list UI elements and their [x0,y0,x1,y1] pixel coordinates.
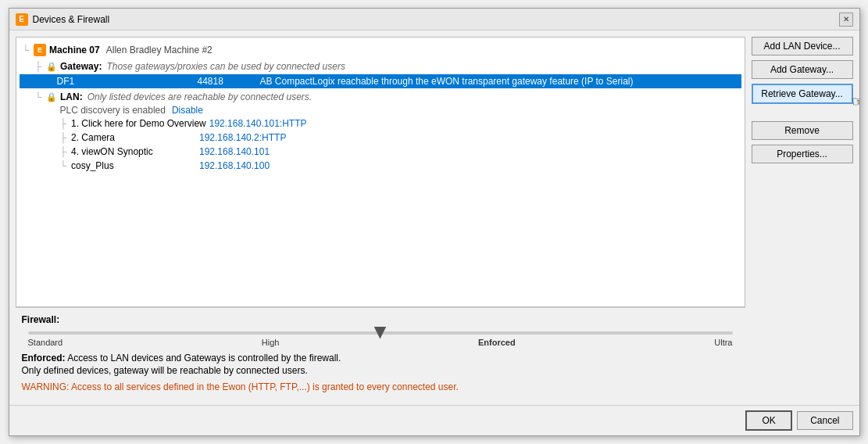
slider-track[interactable] [28,331,733,335]
device-name-0: 1. Click here for Demo Overview [71,118,206,129]
tree-line-1: ├ [60,132,67,143]
tree-connector: └ [23,45,30,56]
plc-enabled-text: PLC discovery is enabled [60,105,166,116]
machine-desc: Allen Bradley Machine #2 [106,45,213,56]
tree-line-0: ├ [60,118,67,129]
title-bar-left: E Devices & Firewall [16,13,110,26]
device-ip-2: 192.168.140.101 [199,146,270,157]
device-row-3[interactable]: └ cosy_Plus 192.168.140.100 [20,159,741,173]
add-gateway-button[interactable]: Add Gateway... [752,60,853,79]
lan-desc: Only listed devices are reachable by con… [88,91,313,102]
properties-button[interactable]: Properties... [752,145,853,163]
machine-icon: E [34,44,46,56]
device-name-1: 2. Camera [71,132,196,143]
dialog-icon: E [16,13,28,26]
device-row-2[interactable]: ├ 4. viewON Synoptic 192.168.140.101 [20,145,741,159]
device-name-2: 4. viewON Synoptic [71,146,196,157]
firewall-desc-bold: Enforced: [22,353,66,363]
gateway-desc: Those gateways/proxies can be used by co… [106,61,345,72]
lan-label: LAN: [60,91,83,102]
retrieve-gateway-button[interactable]: Retrieve Gateway... [752,84,853,104]
disable-link[interactable]: Disable [172,105,203,116]
firewall-slider-container: Standard High Enforced Ultra [28,331,733,347]
label-ultra: Ultra [714,338,732,347]
gateway-col2: 44818 [198,76,260,87]
label-standard: Standard [28,338,63,347]
tree-line-3: └ [60,160,67,171]
firewall-desc: Enforced: Access to LAN devices and Gate… [22,352,739,378]
spacer [752,109,853,116]
tree-line-2: ├ [60,146,67,157]
machine-row: └ E Machine 07 Allen Bradley Machine #2 [20,42,741,58]
device-ip-3: 192.168.140.100 [199,160,270,171]
tree-connector-lan: └ [35,91,42,102]
firewall-title: Firewall: [22,314,739,325]
machine-name: Machine 07 [49,45,100,56]
lock-icon-lan: 🔒 [46,92,57,102]
tree-connector-gateway: ├ [35,61,42,72]
dialog-footer: OK Cancel [9,405,859,435]
plc-discovery-row: PLC discovery is enabled Disable [20,104,741,116]
devices-panel: └ E Machine 07 Allen Bradley Machine #2 … [16,37,745,307]
firewall-warning: WARNING: Access to all services defined … [22,381,739,394]
lan-section-row: └ 🔒 LAN: Only listed devices are reachab… [20,90,741,104]
ok-button[interactable]: OK [745,410,792,431]
retrieve-gateway-wrapper: Retrieve Gateway... ☞ [752,84,853,104]
lock-icon-gateway: 🔒 [46,62,57,72]
gateway-entry[interactable]: DF1 44818 AB CompactLogix reachable thro… [20,74,741,88]
gateway-col3: AB CompactLogix reachable through the eW… [260,76,737,87]
device-row-0[interactable]: ├ 1. Click here for Demo Overview 192.16… [20,116,741,131]
remove-button[interactable]: Remove [752,121,853,140]
label-high: High [262,338,280,347]
gateway-col1: DF1 [57,76,198,87]
device-ip-1: 192.168.140.2:HTTP [199,132,286,143]
device-row-1[interactable]: ├ 2. Camera 192.168.140.2:HTTP [20,131,741,145]
add-lan-device-button[interactable]: Add LAN Device... [752,37,853,56]
devices-firewall-dialog: E Devices & Firewall ✕ └ E Machine 07 Al… [9,8,860,436]
gateway-section-row: ├ 🔒 Gateway: Those gateways/proxies can … [20,59,741,73]
cancel-button[interactable]: Cancel [797,411,852,430]
main-content: └ E Machine 07 Allen Bradley Machine #2 … [16,37,745,399]
title-bar: E Devices & Firewall ✕ [9,9,859,30]
close-button[interactable]: ✕ [839,13,853,27]
dialog-title: Devices & Firewall [33,14,110,25]
device-ip-0: 192.168.140.101:HTTP [209,118,307,129]
dialog-body: └ E Machine 07 Allen Bradley Machine #2 … [9,30,859,405]
device-name-3: cosy_Plus [71,160,196,171]
label-enforced: Enforced [478,338,516,347]
gateway-label: Gateway: [60,61,102,72]
right-panel: Add LAN Device... Add Gateway... Retriev… [752,37,853,399]
firewall-section: Firewall: Standard High Enforced Ultra [16,307,745,399]
